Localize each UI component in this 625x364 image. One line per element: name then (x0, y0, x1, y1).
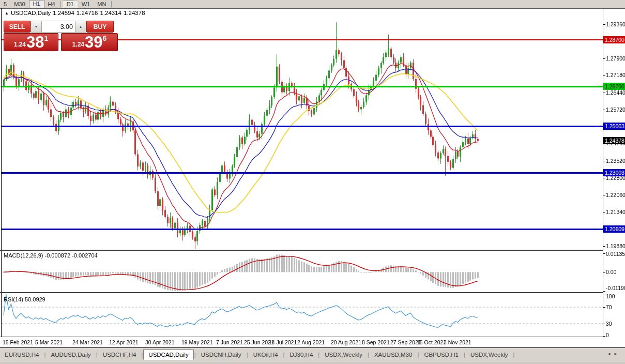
date-axis-label: 15 Feb 2021 (3, 339, 33, 345)
volume-increase-button[interactable]: ▲ (75, 21, 86, 33)
price-axis-label: 1.25720 (606, 107, 625, 113)
date-axis-label: 12 Apr 2021 (109, 339, 139, 345)
price-axis-label: 1.29360 (606, 21, 625, 27)
sell-price-pipette: 1 (44, 34, 49, 42)
rsi-axis-label: 100 (606, 293, 615, 299)
date-axis-label: 30 Apr 2021 (145, 339, 175, 345)
date-axis-label: 24 Mar 2021 (72, 339, 103, 345)
buy-price-box[interactable]: 1.24 39 6 (61, 33, 118, 51)
buy-price-prefix: 1.24 (72, 41, 84, 48)
date-axis-label: 2 Aug 2021 (297, 339, 325, 345)
price-axis-label: 1.19880 (606, 243, 625, 249)
date-axis-label: 5 Mar 2021 (35, 339, 63, 345)
mt4-terminal: 5M30H1H4D1W1MN ▲USDCAD,Daily1.245941.247… (0, 0, 625, 364)
rsi-axis-label: 70 (606, 304, 612, 310)
buy-price-big: 39 (85, 35, 102, 50)
rsi-axis-label: 0 (606, 332, 609, 338)
price-axis-label: 1.21340 (606, 209, 625, 215)
price-axis-label: 1.26440 (606, 89, 625, 96)
buy-price-pipette: 6 (103, 34, 107, 42)
date-axis-label: 14 Jul 2021 (269, 339, 297, 345)
buy-button[interactable]: BUY (86, 21, 114, 33)
current-price-badge: 1.24378 (603, 137, 625, 144)
price-line-badge: 1.20609 (603, 225, 625, 233)
date-axis-label: 15 Oct 2021 (417, 339, 446, 345)
volume-input[interactable] (42, 21, 75, 33)
macd-axis-label: 0.01135 (606, 251, 625, 257)
price-line-badge: 1.23003 (603, 169, 625, 176)
one-click-trading-panel: SELL ▼ ▲ BUY 1.24 38 1 1.24 39 6 (4, 21, 118, 51)
price-axis-label: 1.27180 (606, 72, 625, 78)
price-line-badge: 1.25003 (603, 123, 625, 130)
date-axis-label: 19 May 2021 (181, 339, 213, 345)
sell-button[interactable]: SELL (4, 21, 31, 33)
sell-price-prefix: 1.24 (14, 41, 26, 48)
rsi-axis-label: 30 (606, 321, 612, 327)
macd-axis-label: 0.00 (606, 269, 616, 275)
date-axis-label: 3 Nov 2021 (444, 339, 471, 345)
price-axis-label: 1.23520 (606, 158, 625, 164)
axis-labels-layer: 1.293601.286401.279001.271801.264401.257… (0, 0, 625, 364)
sell-price-big: 38 (26, 35, 44, 50)
price-line-badge: 1.28700 (603, 36, 625, 43)
volume-decrease-button[interactable]: ▼ (31, 21, 42, 33)
sell-price-box[interactable]: 1.24 38 1 (4, 33, 58, 51)
macd-axis-label: -0.01190 (606, 285, 625, 291)
date-axis-label: 7 Jun 2021 (216, 339, 243, 345)
price-axis-label: 1.27900 (606, 55, 625, 62)
date-axis-label: 8 Sep 2021 (362, 339, 390, 345)
price-axis-label: 1.22060 (606, 192, 625, 198)
price-line-badge: 1.26700 (603, 83, 625, 90)
date-axis-label: 20 Aug 2021 (331, 339, 361, 345)
